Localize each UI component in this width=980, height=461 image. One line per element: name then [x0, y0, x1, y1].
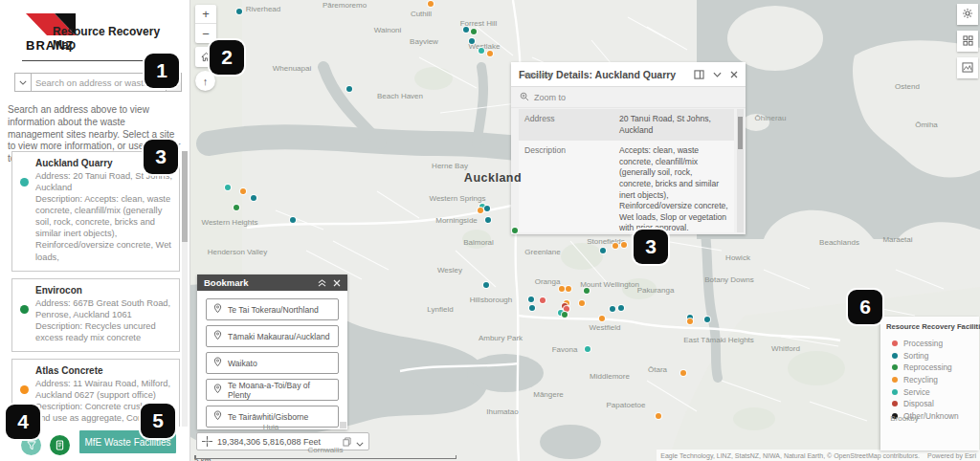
facility-dot[interactable] — [612, 243, 618, 249]
facility-dot[interactable] — [562, 312, 568, 318]
popup-attribute-table: Address20 Tanui Road, St Johns, Auckland… — [519, 109, 734, 232]
legend-item: Disposal — [886, 398, 973, 410]
facility-name: Atlas Concrete — [35, 365, 173, 376]
search-type-dropdown[interactable] — [14, 73, 31, 92]
copy-icon[interactable] — [343, 433, 351, 450]
facility-dot[interactable] — [236, 9, 242, 14]
dock-icon[interactable] — [694, 70, 704, 79]
attribute-label: Address — [519, 109, 613, 141]
close-icon[interactable] — [333, 279, 341, 287]
facility-dot[interactable] — [240, 188, 246, 194]
bookmark-item[interactable]: Te Tairāwhiti/Gisborne — [206, 406, 339, 428]
annotation-badge-5: 5 — [141, 404, 175, 438]
zoom-out-button[interactable]: − — [195, 24, 216, 43]
zoom-in-button[interactable]: + — [195, 5, 216, 24]
facility-dot[interactable] — [463, 27, 469, 33]
facility-detail: Description: Recycles uncured excess rea… — [35, 320, 173, 343]
facility-name: Envirocon — [35, 285, 173, 296]
popup-scrollbar[interactable] — [737, 109, 744, 232]
facility-dot[interactable] — [346, 86, 352, 92]
collapse-chevron-icon[interactable] — [713, 72, 722, 77]
attribute-row: Address20 Tanui Road, St Johns, Auckland — [519, 109, 734, 141]
facility-dot[interactable] — [529, 305, 535, 311]
crosshair-icon[interactable] — [202, 433, 212, 450]
bookmark-item[interactable]: Tāmaki Makaurau/Auckland — [206, 325, 339, 347]
legend-items: ProcessingSortingReprocessingRecyclingSe… — [886, 338, 973, 422]
facility-dot[interactable] — [483, 282, 489, 288]
facility-dot[interactable] — [251, 195, 256, 201]
facility-dot[interactable] — [687, 318, 693, 324]
facility-dot[interactable] — [540, 297, 546, 303]
scale-line — [194, 458, 457, 459]
grid-icon — [963, 33, 973, 50]
facility-type-dot — [20, 305, 29, 314]
facility-dot[interactable] — [599, 316, 605, 321]
map-pin-icon — [213, 330, 222, 342]
facility-type-dot — [20, 178, 29, 187]
layer-list-button[interactable] — [50, 435, 70, 455]
facility-dot[interactable] — [528, 296, 534, 302]
funnel-icon — [27, 437, 36, 454]
facility-dot[interactable] — [566, 286, 571, 292]
zoom-to-action[interactable]: Zoom to — [511, 87, 746, 108]
facility-dot[interactable] — [584, 288, 590, 294]
legend-label: Service — [903, 387, 930, 397]
facility-dot[interactable] — [469, 38, 475, 44]
facility-dot[interactable] — [479, 48, 484, 54]
bookmark-item[interactable]: Waikato — [206, 352, 339, 374]
settings-button[interactable] — [957, 4, 978, 25]
facility-dot[interactable] — [579, 300, 585, 306]
chevron-down-icon[interactable] — [356, 433, 364, 450]
facility-dot[interactable] — [680, 370, 686, 376]
facility-dot[interactable] — [484, 206, 490, 211]
facility-dot[interactable] — [234, 205, 239, 210]
facility-dot[interactable] — [225, 185, 231, 190]
facility-dot[interactable] — [512, 228, 518, 233]
popup-header: Facility Details: Auckland Quarry — [511, 62, 746, 87]
facility-dot[interactable] — [559, 286, 565, 292]
legend-title: Resource Recovery Facilities — [886, 322, 973, 331]
facility-dot[interactable] — [585, 346, 590, 352]
bookmark-label: Te Tai Tokerau/Northland — [228, 305, 319, 315]
facility-dot[interactable] — [478, 208, 483, 213]
facility-dot[interactable] — [471, 29, 477, 34]
facility-dot[interactable] — [618, 305, 624, 311]
map-pin-icon — [213, 410, 222, 423]
attribution-bar: Eagle Technology, LINZ, StatsNZ, NIWA, N… — [657, 450, 980, 461]
basemap-gallery-button[interactable] — [957, 31, 978, 52]
legend-item: Service — [886, 385, 973, 398]
legend-toggle-button[interactable] — [957, 57, 978, 78]
facility-dot[interactable] — [621, 242, 627, 248]
attribution-text: Eagle Technology, LINZ, StatsNZ, NIWA, N… — [660, 452, 920, 459]
facility-dot[interactable] — [487, 51, 493, 56]
map-pin-icon — [213, 384, 222, 396]
legend-label: Processing — [903, 339, 943, 348]
facility-card[interactable]: EnviroconAddress: 667B Great South Road,… — [11, 278, 180, 352]
legend-label: Other/Unknown — [903, 411, 959, 421]
sidebar-scrollbar[interactable] — [182, 151, 188, 427]
powered-by: Powered by Esri — [927, 452, 976, 459]
facility-dot[interactable] — [485, 217, 491, 223]
map-canvas[interactable]: + − ↑ Facility Details: Auckland Quarry — [189, 0, 980, 461]
close-icon[interactable] — [730, 71, 738, 78]
facility-dot[interactable] — [704, 317, 710, 322]
bookmark-item[interactable]: Te Tai Tokerau/Northland — [206, 298, 339, 320]
facility-dot[interactable] — [656, 413, 661, 419]
facility-dot[interactable] — [428, 1, 434, 7]
bookmark-item[interactable]: Te Moana-a-Toi/Bay of Plenty — [206, 379, 339, 401]
bookmark-title: Bookmark — [204, 277, 311, 288]
compass-button[interactable]: ↑ — [195, 71, 215, 91]
zoom-to-label: Zoom to — [534, 93, 566, 102]
bookmark-label: Te Moana-a-Toi/Bay of Plenty — [228, 381, 331, 400]
facility-dot[interactable] — [600, 248, 606, 253]
legend-dot — [892, 401, 898, 406]
facility-dot[interactable] — [290, 217, 296, 223]
legend-dot — [892, 413, 898, 419]
annotation-badge-3: 3 — [634, 230, 668, 264]
legend-label: Recycling — [903, 375, 938, 384]
resize-handle[interactable] — [340, 422, 346, 428]
map-pin-icon — [213, 303, 222, 316]
collapse-double-chevron-icon[interactable] — [318, 279, 326, 287]
legend-item: Processing — [886, 338, 973, 350]
facility-dot[interactable] — [610, 306, 615, 312]
